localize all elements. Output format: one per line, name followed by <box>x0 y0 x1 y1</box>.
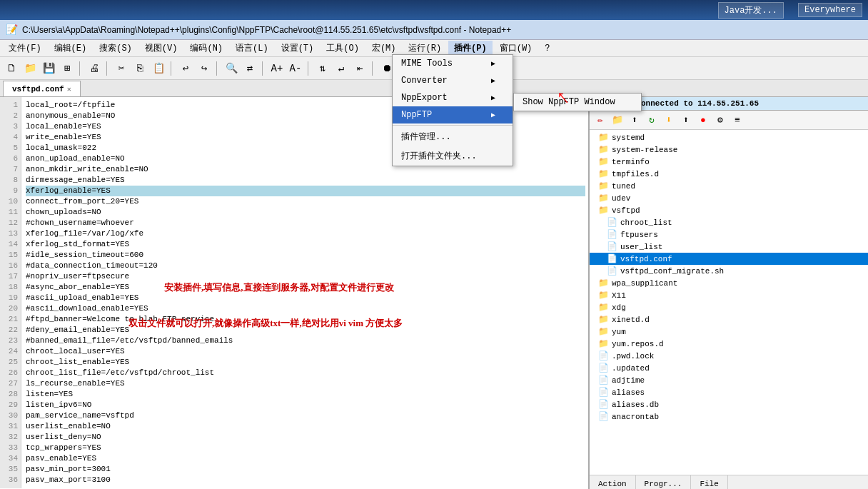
taskbar: Java开发... Everywhere <box>0 0 868 20</box>
toolbar-sep-4 <box>216 61 219 76</box>
ftp-toolbar: ✏ 📁 ⬆ ↻ ⬇ ⬆ ● ⚙ ≡ <box>590 111 868 130</box>
tb-indent[interactable]: ⇤ <box>351 60 368 77</box>
taskbar-item-java[interactable]: Java开发... <box>718 2 784 19</box>
ftp-disconnect-btn[interactable]: ● <box>695 112 711 128</box>
tb-paste[interactable]: 📋 <box>150 60 167 77</box>
menu-open-plugin-folder[interactable]: 打开插件文件夹... <box>393 146 513 166</box>
ftp-tree-item[interactable]: 📁 xinetd.d <box>590 313 868 326</box>
ftp-header: NppFTP - Connected to 114.55.251.65 <box>590 97 868 111</box>
menu-lang[interactable]: 语言(L) <box>230 41 274 56</box>
ftp-tree-item[interactable]: 📄 vsftpd.conf <box>590 253 868 265</box>
ftp-tree-item[interactable]: 📁 tmpfiles.d <box>590 168 868 180</box>
ftp-tree-item[interactable]: 📄 vsftpd_conf_migrate.sh <box>590 265 868 277</box>
plugin-menu[interactable]: MIME Tools ▶ Converter ▶ NppExport ▶ Npp… <box>392 54 513 166</box>
ftp-list-btn[interactable]: ≡ <box>730 112 745 128</box>
ftp-tree-item[interactable]: 📁 wpa_supplicant <box>590 277 868 289</box>
nppftp-arrow: ▶ <box>491 111 495 119</box>
ftp-tree-item[interactable]: 📄 anacrontab <box>590 410 868 423</box>
menu-view[interactable]: 视图(V) <box>139 41 183 56</box>
tb-save[interactable]: 💾 <box>40 60 57 77</box>
menu-nppftp[interactable]: NppFTP ▶ <box>393 106 513 123</box>
menu-edit[interactable]: 编辑(E) <box>49 41 93 56</box>
menu-sep <box>393 125 513 126</box>
tb-saveall[interactable]: ⊞ <box>59 60 76 77</box>
toolbar-sep-6 <box>308 61 311 76</box>
menu-help[interactable]: ? <box>539 42 555 55</box>
ftp-tree-item[interactable]: 📁 yum.repos.d <box>590 338 868 350</box>
window-title: C:\Users\a\AppData\Roaming\Notepad++\plu… <box>22 25 511 35</box>
menu-file[interactable]: 文件(F) <box>3 41 47 56</box>
ftp-download-btn[interactable]: ⬇ <box>661 112 677 128</box>
ftp-tab-progress[interactable]: Progr... <box>636 475 692 489</box>
menu-encode[interactable]: 编码(N) <box>184 41 228 56</box>
ftp-tree-item[interactable]: 📄 user_list <box>590 241 868 253</box>
ftp-tree-item[interactable]: 📁 udev <box>590 192 868 204</box>
ftp-edit-btn[interactable]: ✏ <box>592 112 608 128</box>
tb-wrap[interactable]: ↵ <box>333 60 350 77</box>
line-numbers: 1234567891011121314151617181920212223242… <box>0 97 21 488</box>
tb-print[interactable]: 🖨 <box>86 60 103 77</box>
nppexport-arrow: ▶ <box>491 94 495 102</box>
toolbar-sep-5 <box>262 61 265 76</box>
tb-replace[interactable]: ⇄ <box>241 60 258 77</box>
ftp-tree-item[interactable]: 📄 .updated <box>590 362 868 374</box>
ftp-tree-item[interactable]: 📁 system-release <box>590 143 868 156</box>
menu-macro[interactable]: 宏(M) <box>366 41 402 56</box>
ftp-tree-item[interactable]: 📁 X11 <box>590 289 868 301</box>
toolbar-sep-3 <box>171 61 173 76</box>
menu-tools[interactable]: 工具(O) <box>321 41 365 56</box>
ftp-tree-item[interactable]: 📁 xdg <box>590 301 868 313</box>
menu-window[interactable]: 窗口(W) <box>494 41 538 56</box>
ftp-panel: NppFTP - Connected to 114.55.251.65 ✏ 📁 … <box>590 97 868 489</box>
ftp-folder-btn[interactable]: 📁 <box>610 112 625 128</box>
ftp-refresh-btn[interactable]: ↻ <box>644 112 660 128</box>
ftp-status-bar: Action Progr... File <box>590 475 868 489</box>
tb-new[interactable]: 🗋 <box>3 60 20 77</box>
menu-converter[interactable]: Converter ▶ <box>393 72 513 89</box>
ftp-tree-item[interactable]: 📁 systemd <box>590 131 868 143</box>
title-bar: 📝 C:\Users\a\AppData\Roaming\Notepad++\p… <box>0 20 868 40</box>
ftp-tree[interactable]: 📁 systemd 📁 system-release 📁 terminfo 📁 … <box>590 130 868 475</box>
tb-sync[interactable]: ⇅ <box>314 60 331 77</box>
menu-settings[interactable]: 设置(T) <box>276 41 320 56</box>
menu-nppexport[interactable]: NppExport ▶ <box>393 89 513 106</box>
ftp-tree-item[interactable]: 📁 yum <box>590 326 868 338</box>
ftp-tab-file[interactable]: File <box>691 475 727 489</box>
menu-search[interactable]: 搜索(S) <box>94 41 138 56</box>
ftp-up-btn[interactable]: ⬆ <box>627 112 642 128</box>
ftp-tree-item[interactable]: 📄 chroot_list <box>590 216 868 228</box>
tb-cut[interactable]: ✂ <box>113 60 130 77</box>
tb-open[interactable]: 📁 <box>21 60 39 77</box>
tb-redo[interactable]: ↪ <box>196 60 213 77</box>
ftp-tree-item[interactable]: 📄 aliases.db <box>590 398 868 410</box>
menu-mime-tools[interactable]: MIME Tools ▶ <box>393 55 513 72</box>
ftp-tree-item[interactable]: 📄 .pwd.lock <box>590 350 868 362</box>
toolbar-sep-2 <box>106 61 109 76</box>
tb-find[interactable]: 🔍 <box>223 60 240 77</box>
menu-plugin-manager[interactable]: 插件管理... <box>393 127 513 146</box>
converter-arrow: ▶ <box>491 76 495 85</box>
ftp-tree-item[interactable]: 📄 adjtime <box>590 374 868 386</box>
ftp-tree-item[interactable]: 📁 tuned <box>590 180 868 192</box>
tab-vsftpd-conf[interactable]: vsftpd.conf ✕ <box>3 81 81 96</box>
tb-copy[interactable]: ⎘ <box>131 60 148 77</box>
app-icon: 📝 <box>6 24 18 36</box>
menu-run[interactable]: 运行(R) <box>403 41 447 56</box>
tb-zoom-in[interactable]: A+ <box>268 60 286 77</box>
ftp-tree-item[interactable]: 📁 vsftpd <box>590 204 868 216</box>
tb-zoom-out[interactable]: A- <box>287 60 304 77</box>
ftp-tree-item[interactable]: 📄 aliases <box>590 386 868 398</box>
ftp-tab-action[interactable]: Action <box>590 475 636 489</box>
ftp-upload-btn[interactable]: ⬆ <box>678 112 694 128</box>
taskbar-item-everywhere[interactable]: Everywhere <box>798 3 862 17</box>
tab-label: vsftpd.conf <box>12 85 64 94</box>
mime-tools-arrow: ▶ <box>491 59 495 68</box>
toolbar-sep-7 <box>372 61 375 76</box>
ftp-tree-item[interactable]: 📄 ftpusers <box>590 228 868 241</box>
ftp-tree-item[interactable]: 📁 terminfo <box>590 156 868 168</box>
menu-plugins[interactable]: 插件(P) <box>448 41 493 56</box>
tab-close-btn[interactable]: ✕ <box>67 85 71 94</box>
toolbar-sep-1 <box>79 61 82 76</box>
ftp-settings-btn[interactable]: ⚙ <box>712 112 728 128</box>
tb-undo[interactable]: ↩ <box>177 60 194 77</box>
